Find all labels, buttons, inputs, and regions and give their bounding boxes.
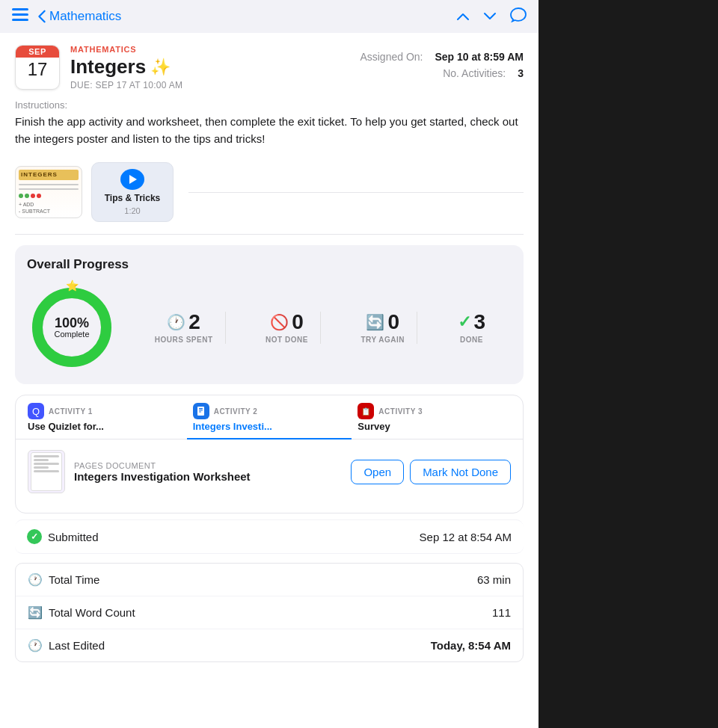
submitted-check-icon: ✓ — [27, 529, 42, 544]
mark-not-done-button[interactable]: Mark Not Done — [410, 460, 511, 484]
right-panel — [538, 0, 718, 728]
doc-type: PAGES DOCUMENT — [74, 461, 342, 470]
stat-done: ✓ 3 DONE — [446, 312, 498, 344]
word-count-row: 🔄 Total Word Count 111 — [16, 596, 523, 629]
svg-rect-6 — [199, 408, 203, 410]
chevron-up-icon[interactable] — [456, 9, 470, 25]
survey-icon: 📋 — [358, 403, 374, 419]
donut-percent: 100% — [54, 316, 89, 330]
detail-rows: 🕐 Total Time 63 min 🔄 Total Word Count 1… — [15, 563, 524, 662]
svg-rect-7 — [199, 410, 203, 411]
activities-section: Q ACTIVITY 1 Use Quizlet for... — [15, 395, 524, 513]
doc-name: Integers Investigation Worksheet — [74, 470, 342, 483]
open-button[interactable]: Open — [351, 460, 404, 484]
try-again-icon: 🔄 — [366, 313, 384, 331]
last-edited-icon: 🕐 — [28, 638, 43, 653]
attachments-row: INTEGERS + ADD - SUBTRACT — [0, 156, 538, 234]
svg-rect-8 — [199, 412, 201, 413]
quizlet-icon: Q — [28, 403, 44, 419]
instructions-label: Instructions: — [15, 99, 524, 111]
word-count-icon: 🔄 — [28, 605, 43, 620]
activity-tab-2[interactable]: ACTIVITY 2 Integers Investi... — [187, 395, 352, 439]
assignment-header: SEP 17 MATHEMATICS Integers ✨ DUE: SEP 1… — [0, 33, 538, 99]
last-edited-label: Last Edited — [49, 639, 105, 652]
progress-section: Overall Progress ⭐ 100% Complete — [15, 245, 524, 384]
progress-donut: ⭐ 100% Complete — [27, 283, 117, 372]
tips-tricks-video[interactable]: Tips & Tricks 1:20 — [91, 162, 174, 222]
nav-bar: Mathematics — [0, 0, 538, 33]
integers-poster-thumb[interactable]: INTEGERS + ADD - SUBTRACT — [15, 166, 82, 218]
activity-3-name: Survey — [358, 421, 390, 432]
instructions-text: Finish the app activity and worksheet, t… — [15, 114, 524, 147]
video-duration: 1:20 — [124, 206, 140, 215]
sparkle-icon: ✨ — [150, 58, 171, 77]
activity-tab-3[interactable]: 📋 ACTIVITY 3 Survey — [352, 395, 517, 439]
instructions-section: Instructions: Finish the app activity an… — [0, 99, 538, 156]
activity-tab-1[interactable]: Q ACTIVITY 1 Use Quizlet for... — [22, 395, 187, 439]
last-edited-row: 🕐 Last Edited Today, 8:54 AM — [16, 629, 523, 661]
submitted-date: Sep 12 at 8:54 AM — [420, 531, 512, 543]
total-time-value: 63 min — [477, 573, 511, 586]
chevron-down-icon[interactable] — [483, 9, 497, 25]
not-done-icon: 🚫 — [270, 313, 289, 331]
last-edited-value: Today, 8:54 AM — [431, 639, 511, 652]
stat-try-again: 🔄 0 TRY AGAIN — [349, 312, 417, 344]
svg-rect-5 — [197, 407, 204, 416]
total-time-row: 🕐 Total Time 63 min — [16, 564, 523, 596]
due-date: DUE: SEP 17 AT 10:00 AM — [70, 80, 182, 90]
pages-icon — [193, 403, 209, 419]
assignment-title: Integers ✨ — [70, 55, 182, 78]
back-button[interactable]: Mathematics — [37, 9, 121, 24]
svg-rect-2 — [12, 19, 28, 21]
submitted-row: ✓ Submitted Sep 12 at 8:54 AM — [15, 519, 524, 554]
assignment-meta: Assigned On: Sep 10 at 8:59 AM No. Activ… — [360, 45, 524, 79]
calendar-icon: SEP 17 — [15, 45, 60, 90]
doc-info: PAGES DOCUMENT Integers Investigation Wo… — [74, 461, 342, 483]
done-icon: ✓ — [458, 312, 471, 332]
word-count-value: 111 — [492, 606, 511, 619]
svg-rect-0 — [12, 8, 28, 10]
stat-not-done: 🚫 0 NOT DONE — [254, 312, 321, 344]
stats-grid: 🕐 2 HOURS SPENT 🚫 0 NOT DONE — [129, 312, 512, 344]
svg-rect-1 — [12, 13, 28, 16]
doc-thumbnail — [28, 450, 65, 493]
video-label: Tips & Tricks — [105, 193, 160, 203]
subject-label: MATHEMATICS — [70, 45, 182, 54]
activity-1-name: Use Quizlet for... — [28, 421, 104, 432]
hours-icon: 🕐 — [167, 313, 185, 331]
activities-tabs: Q ACTIVITY 1 Use Quizlet for... — [16, 395, 523, 439]
progress-title: Overall Progress — [27, 257, 512, 272]
activity-content: PAGES DOCUMENT Integers Investigation Wo… — [16, 439, 523, 513]
comment-icon[interactable] — [510, 7, 527, 26]
sidebar-toggle-button[interactable] — [12, 8, 28, 25]
donut-star-icon: ⭐ — [66, 280, 79, 291]
total-time-icon: 🕐 — [28, 573, 43, 587]
donut-label: Complete — [54, 330, 89, 339]
play-button[interactable] — [120, 169, 144, 190]
activity-2-name: Integers Investi... — [193, 421, 272, 432]
stat-hours-spent: 🕐 2 HOURS SPENT — [143, 312, 226, 344]
submitted-label: Submitted — [48, 531, 99, 543]
